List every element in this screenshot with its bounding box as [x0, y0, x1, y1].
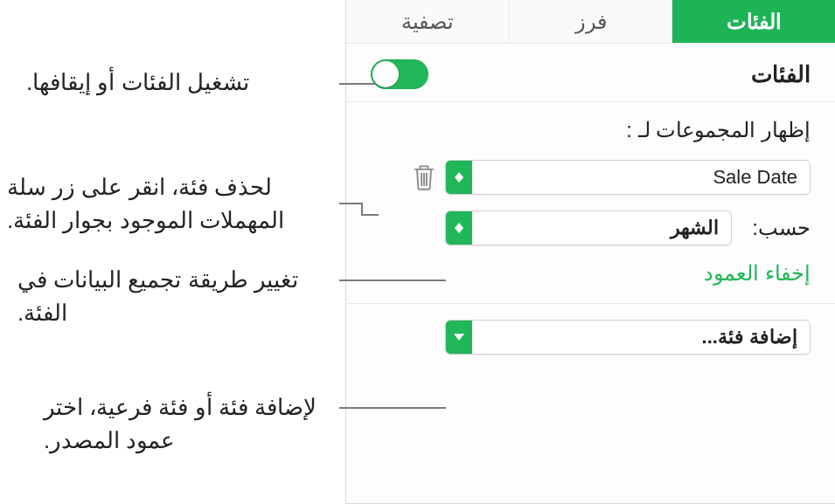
- add-category-popup[interactable]: إضافة فئة...: [445, 320, 811, 355]
- add-category-label: إضافة فئة...: [472, 326, 810, 349]
- group-by-value: الشهر: [472, 217, 731, 239]
- categories-toggle[interactable]: [371, 59, 428, 89]
- callout-add: لإضافة فئة أو فئة فرعية، اختر عمود المصد…: [44, 391, 341, 457]
- chevron-updown-icon: [446, 211, 472, 245]
- leader-line: [361, 203, 363, 214]
- callout-trash: لحذف فئة، انقر على زر سلة المهملات الموج…: [7, 171, 339, 237]
- leader-line: [339, 203, 361, 204]
- categories-header-section: الفئات: [346, 44, 835, 102]
- callout-toggle: تشغيل الفئات أو إيقافها.: [26, 66, 341, 100]
- category-source-value: Sale Date: [472, 166, 810, 189]
- category-source-popup[interactable]: Sale Date: [445, 160, 811, 195]
- inspector-panel: الفئات فرز تصفية الفئات إظهار المجموعات …: [345, 0, 835, 504]
- show-groups-label: إظهار المجموعات لـ :: [371, 118, 811, 142]
- callout-grouping: تغيير طريقة تجميع البيانات في الفئة.: [17, 264, 341, 329]
- leader-line: [339, 280, 446, 281]
- group-by-popup[interactable]: الشهر: [445, 211, 732, 245]
- groups-section: إظهار المجموعات لـ : Sale Date حسب: الشه…: [346, 102, 835, 304]
- chevron-down-icon: [446, 321, 472, 354]
- tab-bar: الفئات فرز تصفية: [346, 0, 835, 44]
- hide-column-link[interactable]: إخفاء العمود: [371, 261, 811, 286]
- section-title: الفئات: [751, 61, 811, 88]
- leader-line: [339, 83, 376, 85]
- add-category-section: إضافة فئة...: [346, 304, 835, 367]
- tab-sort[interactable]: فرز: [509, 0, 672, 43]
- tab-filter[interactable]: تصفية: [346, 0, 509, 43]
- callouts: تشغيل الفئات أو إيقافها. لحذف فئة، انقر …: [0, 0, 345, 504]
- leader-line: [361, 214, 379, 216]
- chevron-updown-icon: [446, 161, 472, 194]
- leader-line: [339, 407, 446, 409]
- trash-icon[interactable]: [412, 163, 436, 191]
- toggle-knob: [372, 61, 399, 87]
- group-by-label: حسب:: [741, 216, 811, 240]
- tab-categories[interactable]: الفئات: [671, 0, 835, 43]
